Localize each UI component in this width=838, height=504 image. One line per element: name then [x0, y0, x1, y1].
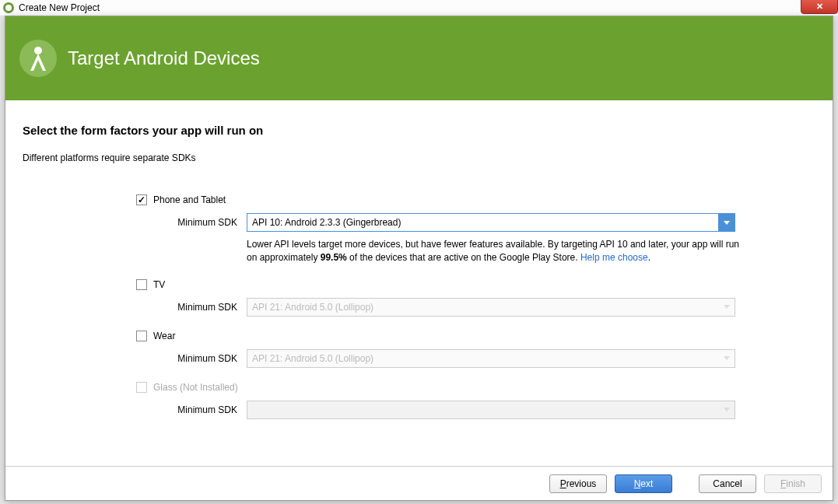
- phone-tablet-hint: Lower API levels target more devices, bu…: [247, 238, 745, 265]
- android-studio-icon: [19, 40, 57, 77]
- dropdown-arrow-icon: [718, 349, 735, 368]
- dropdown-arrow-icon: [718, 213, 735, 232]
- hint-percent: 99.5%: [321, 252, 347, 263]
- wear-sdk-row: Minimum SDK API 21: Android 5.0 (Lollipo…: [136, 349, 815, 368]
- phone-tablet-sdk-row: Minimum SDK API 10: Android 2.3.3 (Ginge…: [136, 213, 815, 232]
- previous-button[interactable]: PPreviousrevious: [549, 474, 607, 493]
- page-heading: Select the form factors your app will ru…: [23, 124, 815, 137]
- cancel-button[interactable]: Cancel: [699, 474, 756, 493]
- hint-period: .: [648, 252, 650, 263]
- close-button[interactable]: ✕: [801, 0, 838, 14]
- glass-sdk-value: [247, 401, 735, 419]
- dropdown-arrow-icon: [718, 298, 735, 317]
- wear-sdk-select: API 21: Android 5.0 (Lollipop): [247, 349, 735, 368]
- wear-sdk-label: Minimum SDK: [136, 353, 247, 364]
- phone-tablet-label: Phone and Tablet: [153, 194, 226, 205]
- banner: Target Android Devices: [5, 16, 833, 100]
- tv-checkbox[interactable]: [136, 279, 147, 290]
- tv-sdk-row: Minimum SDK API 21: Android 5.0 (Lollipo…: [136, 298, 815, 317]
- finish-button: FFinishinish: [764, 474, 822, 493]
- close-icon: ✕: [816, 2, 823, 12]
- dialog: Target Android Devices Select the form f…: [5, 16, 833, 501]
- titlebar: Create New Project ✕: [0, 0, 838, 16]
- hint-text-post: of the devices that are active on the Go…: [347, 252, 580, 263]
- window-title: Create New Project: [19, 2, 100, 13]
- page-subheading: Different platforms require separate SDK…: [23, 152, 815, 163]
- next-button[interactable]: NNextext: [615, 474, 672, 493]
- glass-sdk-row: Minimum SDK: [136, 401, 815, 419]
- glass-label: Glass (Not Installed): [153, 382, 238, 393]
- svg-point-0: [34, 47, 42, 54]
- tv-sdk-select: API 21: Android 5.0 (Lollipop): [247, 298, 735, 317]
- phone-tablet-sdk-value: API 10: Android 2.3.3 (Gingerbread): [247, 213, 735, 232]
- footer: PPreviousrevious NNextext Cancel FFinish…: [5, 466, 833, 500]
- content: Select the form factors your app will ru…: [5, 100, 833, 419]
- tv-row: TV: [136, 279, 815, 290]
- banner-title: Target Android Devices: [68, 47, 260, 69]
- wear-sdk-value: API 21: Android 5.0 (Lollipop): [247, 349, 735, 368]
- help-me-choose-link[interactable]: Help me choose: [580, 252, 648, 263]
- phone-tablet-row: Phone and Tablet: [136, 194, 815, 205]
- phone-tablet-checkbox[interactable]: [136, 194, 147, 205]
- wear-checkbox[interactable]: [136, 331, 147, 341]
- form-area: Phone and Tablet Minimum SDK API 10: And…: [23, 194, 815, 419]
- app-icon: [3, 2, 14, 13]
- wear-label: Wear: [153, 331, 175, 341]
- tv-sdk-label: Minimum SDK: [136, 302, 247, 313]
- glass-sdk-label: Minimum SDK: [136, 404, 247, 415]
- wear-row: Wear: [136, 331, 815, 341]
- glass-checkbox: [136, 382, 147, 393]
- tv-sdk-value: API 21: Android 5.0 (Lollipop): [247, 298, 735, 317]
- tv-label: TV: [153, 279, 165, 290]
- glass-row: Glass (Not Installed): [136, 382, 815, 393]
- glass-sdk-select: [247, 401, 735, 419]
- phone-tablet-sdk-select[interactable]: API 10: Android 2.3.3 (Gingerbread): [247, 213, 735, 232]
- phone-tablet-sdk-label: Minimum SDK: [136, 217, 247, 228]
- dropdown-arrow-icon: [718, 401, 735, 419]
